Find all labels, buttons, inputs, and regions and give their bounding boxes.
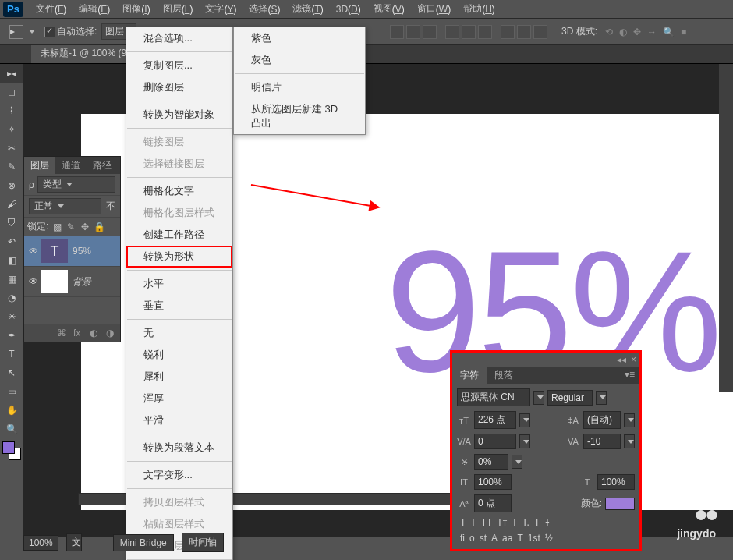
tab-paths[interactable]: 路径 — [87, 157, 118, 174]
visibility-icon[interactable]: 👁 — [26, 276, 41, 287]
ot-button[interactable]: st — [480, 533, 487, 544]
align-icon[interactable] — [478, 25, 492, 39]
layer-row[interactable]: 👁 T 95% — [24, 236, 120, 267]
menu-image[interactable]: 图像(I) — [116, 0, 156, 19]
kerning-field[interactable]: 0 — [474, 434, 516, 449]
ot-button[interactable]: ½ — [545, 533, 553, 544]
crop-tool[interactable]: ✂ — [0, 139, 23, 158]
gradient-tool[interactable]: ▦ — [0, 270, 23, 289]
pan-icon[interactable]: ✥ — [633, 27, 641, 37]
menu-type[interactable]: 文字(Y) — [199, 0, 243, 19]
align-icon[interactable] — [406, 25, 420, 39]
font-style-dd[interactable] — [596, 391, 607, 405]
align-icon[interactable] — [501, 25, 515, 39]
tool-preset-icon[interactable]: ▸ — [9, 25, 23, 39]
autoselect-checkbox[interactable] — [44, 27, 55, 37]
collapse-icon[interactable]: ◂◂ — [617, 354, 626, 365]
doc-info[interactable]: 文 — [66, 533, 82, 551]
tab-layers[interactable]: 图层 — [24, 157, 55, 174]
menu-view[interactable]: 视图(V) — [367, 0, 411, 19]
marquee-tool[interactable]: ◻ — [0, 83, 23, 101]
align-icon[interactable] — [445, 25, 459, 39]
menu-item[interactable]: 垂直 — [126, 295, 232, 317]
layer-filter-dropdown[interactable]: 类型 — [37, 176, 115, 193]
fx-icon[interactable]: fx — [73, 328, 86, 338]
italic-button[interactable]: T — [470, 517, 476, 528]
layer-name[interactable]: 背景 — [73, 275, 91, 289]
menu-item[interactable]: 紫色 — [234, 27, 365, 49]
font-style-field[interactable]: Regular — [547, 390, 593, 406]
path-tool[interactable]: ↖ — [0, 363, 23, 382]
tracking-field[interactable]: -10 — [583, 434, 621, 449]
type-tool[interactable]: T — [0, 345, 23, 363]
lock-position-icon[interactable]: ✥ — [80, 222, 90, 232]
allcaps-button[interactable]: TT — [481, 517, 493, 528]
align-icon[interactable] — [423, 25, 437, 39]
zoom-icon[interactable]: 🔍 — [663, 27, 675, 37]
menu-edit[interactable]: 编辑(E) — [73, 0, 116, 19]
tracking-dd[interactable] — [624, 434, 635, 448]
menu-item[interactable]: 删除图层 — [126, 76, 232, 98]
brush-tool[interactable]: 🖌 — [0, 195, 23, 214]
menu-item[interactable]: 从所选图层新建 3D 凸出 — [234, 98, 365, 134]
menu-item[interactable]: 平滑 — [126, 409, 232, 431]
lasso-tool[interactable]: ⌇ — [0, 101, 23, 120]
pen-tool[interactable]: ✒ — [0, 326, 23, 345]
underline-button[interactable]: T — [534, 517, 540, 528]
menu-item[interactable]: 灰色 — [234, 49, 365, 71]
document-tab[interactable]: 未标题-1 @ 100% (9 — [31, 44, 136, 63]
adjust-icon[interactable]: ◑ — [106, 328, 119, 338]
lock-pixels-icon[interactable]: ▩ — [51, 222, 62, 232]
roll-icon[interactable]: ◐ — [619, 27, 627, 37]
ot-button[interactable]: aa — [502, 533, 512, 544]
move-tool[interactable]: ▸◂ — [0, 64, 23, 83]
stamp-tool[interactable]: ⛉ — [0, 214, 23, 232]
text-color-swatch[interactable] — [605, 498, 635, 510]
menu-3d[interactable]: 3D(D) — [330, 0, 367, 19]
menu-item[interactable]: 锐利 — [126, 344, 232, 366]
menu-item[interactable]: 文字变形... — [126, 464, 232, 486]
tsume-dd[interactable] — [512, 455, 522, 469]
font-size-field[interactable]: 226 点 — [474, 411, 516, 429]
ot-button[interactable]: T — [517, 533, 522, 544]
link-icon[interactable]: ⌘ — [57, 328, 69, 338]
kerning-dd[interactable] — [519, 434, 530, 448]
strike-button[interactable]: Ŧ — [544, 517, 550, 528]
foreground-swatch[interactable] — [2, 441, 15, 454]
menu-item[interactable]: 栅格化文字 — [126, 180, 232, 202]
ot-button[interactable]: A — [491, 533, 498, 544]
close-icon[interactable]: × — [631, 354, 636, 365]
orbit-icon[interactable]: ⟲ — [605, 27, 613, 37]
tab-paragraph[interactable]: 段落 — [487, 367, 521, 384]
hand-tool[interactable]: ✋ — [0, 401, 23, 420]
menu-select[interactable]: 选择(S) — [243, 0, 286, 19]
leading-dd[interactable] — [624, 413, 635, 427]
menu-item[interactable]: 水平 — [126, 273, 232, 295]
menu-item[interactable]: 混合选项... — [126, 27, 232, 49]
ot-button[interactable]: o — [469, 533, 475, 544]
ot-button[interactable]: 1st — [528, 533, 540, 544]
menu-layer[interactable]: 图层(L) — [157, 0, 200, 19]
mask-icon[interactable]: ◐ — [90, 328, 102, 338]
menu-item[interactable]: 明信片 — [234, 76, 365, 98]
lock-paint-icon[interactable]: ✎ — [66, 222, 76, 232]
color-swatch[interactable] — [2, 441, 21, 460]
visibility-icon[interactable]: 👁 — [26, 246, 41, 257]
menu-item[interactable]: 转换为段落文本 — [126, 437, 232, 459]
menu-item[interactable]: 转换为形状 — [126, 246, 232, 268]
vscale-field[interactable]: 100% — [474, 474, 512, 490]
align-icon[interactable] — [462, 25, 476, 39]
eraser-tool[interactable]: ◧ — [0, 251, 23, 270]
font-family-field[interactable]: 思源黑体 CN — [457, 388, 530, 406]
blur-tool[interactable]: ◔ — [0, 289, 23, 307]
baseline-field[interactable]: 0 点 — [474, 494, 512, 512]
super-button[interactable]: T — [512, 517, 517, 528]
heal-tool[interactable]: ⊗ — [0, 176, 23, 195]
font-family-dd[interactable] — [533, 391, 544, 405]
menu-item[interactable]: 无 — [126, 322, 232, 344]
slide-icon[interactable]: ↔ — [647, 27, 657, 37]
ot-button[interactable]: fi — [460, 533, 465, 544]
tab-channels[interactable]: 通道 — [55, 157, 87, 174]
lock-all-icon[interactable]: 🔒 — [94, 222, 104, 232]
wand-tool[interactable]: ✧ — [0, 120, 23, 139]
